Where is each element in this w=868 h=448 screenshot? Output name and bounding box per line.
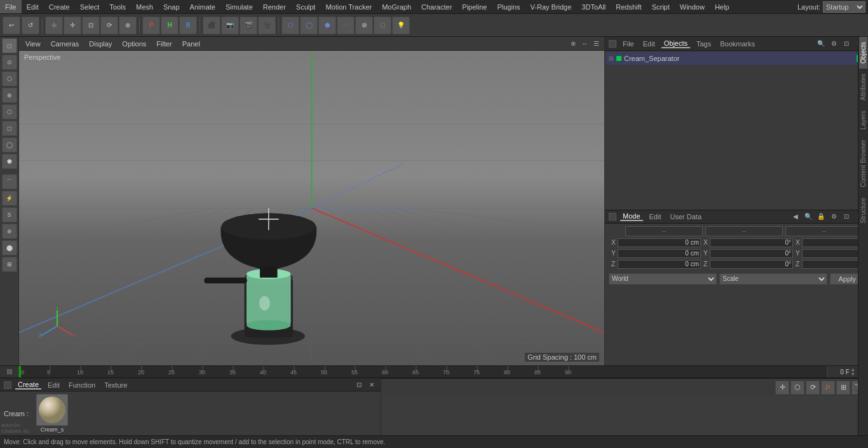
mat-close-btn[interactable]: ✕ — [367, 380, 377, 390]
deform-btn[interactable]: ⬟ — [318, 17, 336, 34]
attr-back-btn[interactable]: ◀ — [790, 212, 801, 222]
sidebar-poly-btn[interactable]: ⬡ — [2, 104, 17, 119]
menu-pipeline[interactable]: Pipeline — [457, 0, 492, 13]
pos-y-input[interactable]: 0 cm — [618, 249, 701, 258]
menu-redshift[interactable]: Redshift — [611, 0, 646, 13]
tab-edit-obj[interactable]: Edit — [641, 40, 658, 48]
move-tool-btn[interactable]: ✛ — [64, 17, 81, 34]
coord-mode-dropdown[interactable]: Scale Position Rotation — [719, 273, 827, 285]
attr-lock-btn[interactable]: 🔒 — [816, 212, 826, 222]
transform-tool-btn[interactable]: ⊕ — [119, 17, 137, 34]
sidebar-uv-btn[interactable]: ⊙ — [2, 55, 17, 70]
mat-expand-btn[interactable]: ⊡ — [354, 380, 364, 390]
rot-z-input[interactable]: 0° — [710, 260, 793, 269]
scale-tool-btn[interactable]: ⊡ — [82, 17, 100, 34]
rot-x-input[interactable]: 0° — [710, 238, 793, 247]
vp-menu-panel[interactable]: Panel — [180, 40, 203, 48]
sidebar-vert-btn[interactable]: ◯ — [2, 137, 17, 153]
menu-window[interactable]: Window — [675, 0, 710, 13]
table-row[interactable]: ⊟ Cream_Separator — [606, 52, 867, 65]
menu-animate[interactable]: Animate — [185, 0, 220, 13]
frame-down-btn[interactable]: ▼ — [851, 372, 855, 376]
tab-bookmarks[interactable]: Bookmarks — [717, 40, 757, 48]
vtab-content-browser[interactable]: Content Browser — [859, 135, 867, 192]
vtab-structure[interactable]: Structure — [859, 193, 867, 229]
anim-btn[interactable]: 🎬 — [240, 17, 257, 34]
menu-vray[interactable]: V-Ray Bridge — [526, 0, 577, 13]
attr-expand-btn[interactable]: ⊡ — [841, 212, 851, 222]
frame-arrows[interactable]: ▲ ▼ — [851, 367, 855, 376]
mat-thumbnail[interactable] — [36, 394, 68, 426]
vtab-layers[interactable]: Layers — [859, 105, 867, 135]
select-tool-btn[interactable]: ⊹ — [45, 17, 63, 34]
model-obj-btn[interactable]: ⬡ — [281, 17, 299, 34]
coord-space-dropdown[interactable]: World Local Object — [609, 273, 717, 285]
timeline-track[interactable]: 0 5 10 15 20 25 30 35 40 45 50 — [19, 366, 827, 377]
camera-btn[interactable]: 📷 — [221, 17, 239, 34]
surface-btn[interactable]: ◯ — [300, 17, 318, 34]
mat-tab-texture[interactable]: Texture — [102, 381, 130, 389]
layout-dropdown[interactable]: Startup Standard Modeling — [823, 1, 865, 13]
mat-tab-create[interactable]: Create — [15, 381, 41, 390]
viewport[interactable]: X Y Z Perspective Grid Spacing : 100 cm — [19, 51, 604, 365]
sidebar-magnet-btn[interactable]: ⚡ — [2, 191, 17, 206]
menu-character[interactable]: Character — [416, 0, 457, 13]
sidebar-snap-btn[interactable]: ⊞ — [2, 257, 17, 272]
vp-expand-btn[interactable]: ↔ — [580, 39, 589, 48]
render-btn[interactable]: 🎥 — [258, 17, 276, 34]
sidebar-select-btn[interactable]: ⬟ — [2, 154, 17, 169]
vp-menu-options[interactable]: Options — [119, 40, 149, 48]
mat-tab-function[interactable]: Function — [66, 381, 98, 389]
sidebar-sculpt-btn[interactable]: ⊕ — [2, 88, 17, 103]
menu-motion-tracker[interactable]: Motion Tracker — [320, 0, 377, 13]
tab-tags[interactable]: Tags — [694, 40, 714, 48]
sidebar-bend-btn[interactable]: ⌒ — [2, 174, 17, 189]
material-item[interactable]: Cream_s — [36, 394, 68, 433]
menu-sculpt[interactable]: Sculpt — [291, 0, 321, 13]
light-btn[interactable]: 💡 — [392, 17, 410, 34]
sidebar-edge-btn[interactable]: ◻ — [2, 121, 17, 136]
menu-edit[interactable]: Edit — [22, 0, 44, 13]
attr-search-btn[interactable]: 🔍 — [803, 212, 813, 222]
vp-menu-view[interactable]: View — [23, 40, 43, 48]
menu-snap[interactable]: Snap — [158, 0, 185, 13]
z-axis-btn[interactable]: B — [179, 17, 197, 34]
vtab-attributes[interactable]: Attributes — [859, 69, 867, 105]
pb-tool-4[interactable]: P — [821, 381, 835, 395]
vp-settings-btn[interactable]: ☰ — [592, 39, 600, 48]
menu-mesh[interactable]: Mesh — [131, 0, 158, 13]
attr-tab-edit[interactable]: Edit — [647, 213, 664, 221]
sidebar-bp-btn[interactable]: ⬡ — [2, 71, 17, 86]
menu-render[interactable]: Render — [258, 0, 291, 13]
rotate-tool-btn[interactable]: ⟳ — [100, 17, 118, 34]
obj-expand-btn[interactable]: ⊡ — [841, 39, 851, 49]
poly-btn[interactable]: ⬢ — [355, 17, 373, 34]
menu-file[interactable]: File — [0, 0, 22, 13]
vp-menu-display[interactable]: Display — [86, 40, 114, 48]
attr-tab-userdata[interactable]: User Data — [668, 213, 705, 221]
tab-objects[interactable]: Objects — [661, 39, 690, 48]
vtab-objects[interactable]: Objects — [859, 37, 867, 69]
sidebar-fx-btn[interactable]: ⊛ — [2, 224, 17, 239]
pb-tool-1[interactable]: ✛ — [775, 381, 789, 395]
pb-tool-3[interactable]: ⟳ — [806, 381, 820, 395]
menu-tools[interactable]: Tools — [104, 0, 131, 13]
undo-btn[interactable]: ↩ — [3, 17, 20, 34]
menu-create[interactable]: Create — [44, 0, 75, 13]
curve-btn[interactable]: ⋯ — [337, 17, 355, 34]
pb-tool-5[interactable]: ⊞ — [836, 381, 850, 395]
menu-3dtoall[interactable]: 3DToAll — [576, 0, 611, 13]
frame-up-btn[interactable]: ▲ — [851, 367, 855, 372]
sidebar-paint-btn[interactable]: S — [2, 207, 17, 222]
vp-menu-filter[interactable]: Filter — [154, 40, 174, 48]
menu-help[interactable]: Help — [710, 0, 735, 13]
pos-x-input[interactable]: 0 cm — [618, 238, 701, 247]
vp-lock-btn[interactable]: ⊕ — [569, 39, 578, 48]
pos-z-input[interactable]: 0 cm — [618, 260, 701, 269]
rot-y-input[interactable]: 0° — [710, 249, 793, 258]
attr-tab-mode[interactable]: Mode — [620, 212, 643, 221]
tab-file[interactable]: File — [620, 40, 637, 48]
y-axis-btn[interactable]: H — [161, 17, 179, 34]
sidebar-mode-btn[interactable]: ◻ — [2, 38, 17, 53]
redo-btn[interactable]: ↺ — [22, 17, 39, 34]
